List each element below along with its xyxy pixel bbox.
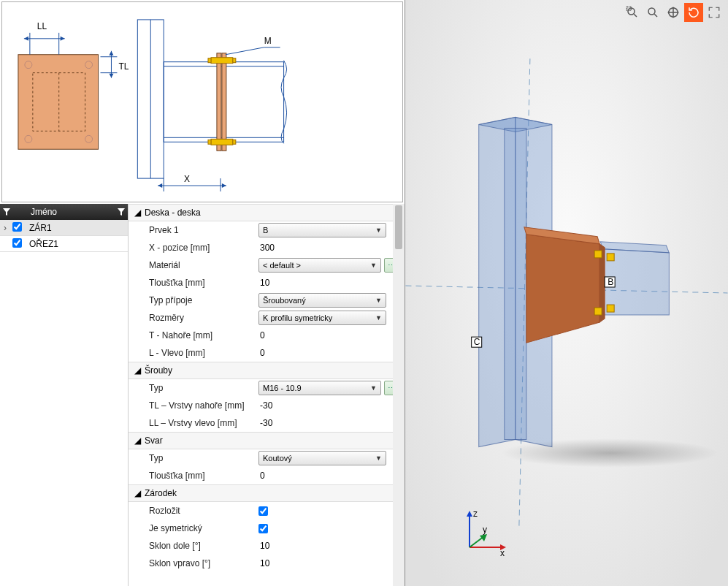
axis-label-y: y: [483, 525, 487, 535]
svg-rect-55: [594, 308, 602, 315]
svg-rect-0: [18, 55, 99, 150]
row-name: OŘEZ1: [26, 239, 128, 249]
label-sklondole: Sklon dole [°]: [149, 541, 258, 551]
svg-rect-53: [594, 251, 602, 258]
label-jesym: Je symetrický: [149, 523, 258, 533]
axis-gizmo: z x y: [455, 503, 513, 564]
checkbox-rozlozit[interactable]: [258, 506, 268, 516]
svg-rect-22: [217, 53, 221, 151]
label-rozmery: Rozměry: [149, 313, 258, 323]
operations-grid: Jméno › ZÁR1 OŘEZ1: [0, 204, 128, 586]
label-tloustka: Tloušťka [mm]: [149, 278, 258, 288]
label-svartl: Tloušťka [mm]: [149, 471, 258, 481]
svg-marker-60: [467, 511, 472, 517]
viewport-label-B: B: [608, 277, 613, 287]
checkbox-jesym[interactable]: [258, 524, 268, 533]
value-sklonvpravo[interactable]: 10: [258, 558, 269, 568]
label-lvlevo: L - Vlevo [mm]: [149, 348, 258, 358]
svg-rect-27: [211, 139, 233, 145]
value-lvlevo[interactable]: 0: [258, 348, 265, 358]
combo-material[interactable]: < default >▼: [258, 258, 381, 273]
svg-rect-25: [208, 58, 211, 63]
svg-marker-10: [24, 37, 28, 41]
combo-rozmery[interactable]: K profilu symetricky▼: [258, 311, 386, 325]
section-header-deska[interactable]: ◢Deska - deska: [129, 204, 405, 221]
grid-header-name[interactable]: Jméno: [26, 207, 115, 217]
axis-label-x: x: [500, 548, 505, 558]
svg-marker-11: [61, 37, 65, 41]
diagram-label-M: M: [264, 36, 272, 46]
svg-rect-54: [607, 254, 614, 261]
row-name: ZÁR1: [26, 223, 128, 233]
value-tnahore[interactable]: 0: [258, 330, 265, 340]
label-svartyp: Typ: [149, 453, 258, 463]
svg-marker-16: [109, 74, 113, 78]
svg-marker-36: [222, 183, 226, 188]
section-header-svar[interactable]: ◢Svar: [129, 432, 405, 449]
grid-row[interactable]: OŘEZ1: [0, 236, 128, 252]
svg-rect-23: [222, 53, 226, 151]
row-checkbox[interactable]: [12, 222, 22, 232]
shadow: [500, 438, 719, 468]
filter-icon[interactable]: [0, 208, 13, 216]
label-tnahore: T - Nahoře [mm]: [149, 330, 258, 340]
svg-rect-56: [607, 305, 614, 312]
filter-icon[interactable]: [115, 208, 128, 216]
viewport-label-C: C: [474, 337, 480, 347]
label-material: Materiál: [149, 260, 258, 270]
svg-marker-50: [526, 235, 599, 343]
svg-rect-29: [233, 140, 236, 144]
label-sklonvpravo: Sklon vpravo [°]: [149, 558, 258, 568]
combo-typpripoje[interactable]: Šroubovaný▼: [258, 293, 386, 308]
svg-marker-15: [109, 51, 113, 56]
grid-row[interactable]: › ZÁR1: [0, 220, 128, 236]
value-sroubyll[interactable]: -30: [258, 418, 272, 428]
svg-line-30: [226, 47, 264, 55]
svg-rect-24: [211, 58, 233, 64]
svg-rect-47: [505, 128, 526, 439]
diagram-label-LL: LL: [37, 21, 47, 31]
label-rozlozit: Rozložit: [149, 506, 258, 516]
diagram-label-TL: TL: [118, 61, 129, 72]
value-svartl[interactable]: 0: [258, 471, 265, 481]
value-sroubytl[interactable]: -30: [258, 400, 272, 411]
scrollbar[interactable]: [393, 204, 405, 586]
value-sklondole[interactable]: 10: [258, 541, 269, 551]
row-checkbox[interactable]: [12, 238, 22, 248]
diagram-label-X: X: [184, 174, 190, 184]
axis-label-z: z: [473, 509, 478, 519]
combo-prvek1[interactable]: B▼: [258, 223, 386, 237]
combo-sroubytyp[interactable]: M16 - 10.9▼: [258, 381, 381, 395]
schematic-diagram: LL TL: [1, 1, 403, 202]
label-xpozice: X - pozice [mm]: [149, 243, 258, 253]
label-sroubyll: LL – Vrstvy vlevo [mm]: [149, 418, 258, 428]
value-xpozice[interactable]: 300: [258, 243, 275, 253]
svg-rect-28: [208, 140, 211, 144]
svg-marker-64: [480, 534, 487, 541]
3d-viewport[interactable]: B C z x y: [405, 0, 728, 586]
svg-marker-35: [158, 183, 162, 188]
label-prvek1: Prvek 1: [149, 225, 258, 235]
expand-icon[interactable]: ›: [0, 223, 10, 233]
section-header-zarodek[interactable]: ◢Zárodek: [129, 484, 405, 502]
label-sroubytyp: Typ: [149, 383, 258, 393]
section-header-srouby[interactable]: ◢Šrouby: [129, 362, 405, 379]
property-panel: ◢Deska - deska Prvek 1 B▼ X - pozice [mm…: [128, 204, 405, 586]
combo-svartyp[interactable]: Koutový▼: [258, 451, 386, 465]
svg-rect-26: [233, 58, 236, 63]
value-tloustka[interactable]: 10: [258, 278, 269, 288]
label-sroubytl: TL – Vrstvy nahoře [mm]: [149, 400, 258, 411]
label-typpripoje: Typ přípoje: [149, 295, 258, 305]
